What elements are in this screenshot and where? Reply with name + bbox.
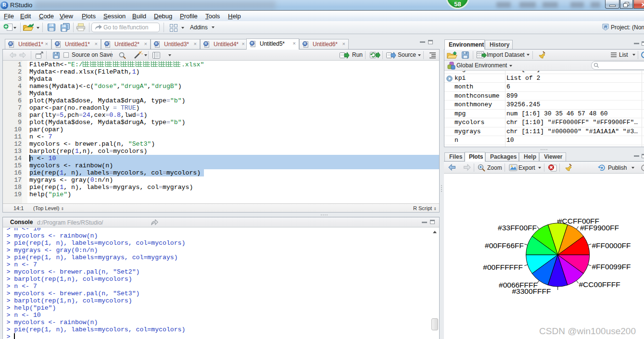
svg-text:#00FFFFFF: #00FFFFFF [483, 263, 523, 271]
svg-text:#FF0000FF: #FF0000FF [592, 241, 631, 250]
svg-text:CSDN @win100use200: CSDN @win100use200 [539, 326, 636, 336]
svg-text:#FF9900FF: #FF9900FF [580, 224, 619, 232]
svg-text:#CC00FFFF: #CC00FFFF [579, 280, 620, 289]
svg-text:#FF0099FF: #FF0099FF [592, 263, 631, 271]
svg-text:#00FF66FF: #00FF66FF [485, 241, 524, 250]
svg-text:#0066FFFF: #0066FFFF [499, 281, 538, 289]
svg-text:#33FF00FF: #33FF00FF [498, 224, 537, 232]
svg-text:R: R [604, 25, 607, 29]
